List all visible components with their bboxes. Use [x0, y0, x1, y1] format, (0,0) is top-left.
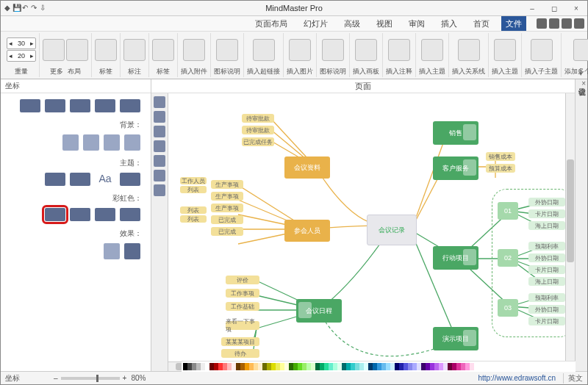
bg-opt-4[interactable]	[124, 134, 140, 151]
zoom-out[interactable]: –	[54, 374, 58, 382]
bg-opt-3[interactable]	[104, 134, 120, 151]
node-sales[interactable]: 销售	[433, 121, 478, 145]
theme-opt-1[interactable]	[45, 173, 65, 186]
undo-icon[interactable]: ↶	[21, 4, 29, 12]
tiny-11[interactable]: 列表	[180, 206, 207, 214]
tool-shape[interactable]	[154, 111, 165, 123]
tiny-1[interactable]: 待审批款	[242, 114, 274, 123]
effect-opt-1[interactable]	[104, 243, 120, 259]
bg-opt-2[interactable]	[83, 134, 99, 151]
tool-pointer[interactable]	[154, 96, 165, 108]
layout-opt-2[interactable]	[45, 99, 65, 112]
layout-opt-5[interactable]	[120, 99, 140, 112]
cloud-sub-2[interactable]: 02	[498, 249, 518, 267]
tiny-6[interactable]: 生产事项	[211, 204, 243, 212]
tiny-26[interactable]: 卡片日期	[528, 265, 565, 274]
tiny-12[interactable]: 列表	[180, 215, 207, 223]
layout-opt-1[interactable]	[20, 99, 40, 112]
tiny-20[interactable]: 预算成本	[486, 164, 515, 173]
quick-4[interactable]	[574, 18, 584, 29]
scroll-vertical[interactable]	[565, 93, 575, 362]
tab-pagelayout[interactable]: 页面布局	[251, 16, 292, 31]
insert-multi[interactable]	[573, 39, 588, 61]
insert-relation[interactable]	[458, 39, 480, 61]
tiny-3[interactable]: 已完成任务	[242, 137, 274, 146]
tiny-18[interactable]: 待办	[221, 349, 259, 358]
window-max[interactable]: ◻	[543, 1, 565, 15]
insert-subtopic[interactable]	[531, 39, 553, 61]
tab-file[interactable]: 文件	[501, 16, 526, 31]
swatch[interactable]	[470, 363, 474, 370]
tiny-21[interactable]: 外协日期	[528, 198, 565, 206]
node-action[interactable]: 行动项目	[433, 246, 478, 270]
insert-label[interactable]	[152, 39, 174, 61]
insert-topic[interactable]	[421, 39, 443, 61]
tab-insert[interactable]: 插入	[437, 16, 462, 31]
tiny-27[interactable]: 海上日期	[528, 277, 565, 286]
tool-marker[interactable]	[154, 155, 165, 167]
insert-hyperlink[interactable]	[253, 39, 275, 61]
save-icon[interactable]: 💾	[12, 4, 20, 12]
node-materials[interactable]: 会议资料	[284, 156, 330, 179]
tiny-2[interactable]: 待审批款	[242, 126, 274, 134]
tiny-25[interactable]: 外协日期	[528, 253, 565, 262]
tiny-9[interactable]: 工作人员	[180, 177, 207, 184]
export-icon[interactable]: ⇩	[39, 4, 46, 12]
tiny-14[interactable]: 工作事项	[226, 289, 259, 298]
window-close[interactable]: ×	[565, 1, 587, 15]
tiny-10[interactable]: 列表	[180, 186, 207, 193]
insert-legend2[interactable]	[322, 39, 344, 61]
cloud-sub-1[interactable]: 01	[498, 202, 518, 220]
cloud-sub-3[interactable]: 03	[498, 299, 518, 317]
insert-picture[interactable]	[289, 39, 311, 61]
tiny-28[interactable]: 预期利率	[528, 293, 565, 302]
tiny-30[interactable]: 卡片日期	[528, 317, 565, 325]
more-styles[interactable]	[43, 39, 65, 61]
insert-topic2[interactable]	[494, 39, 516, 61]
node-demo[interactable]: 演示项目	[433, 327, 478, 350]
tiny-5[interactable]: 生产事项	[211, 192, 243, 201]
tiny-8[interactable]: 已完成	[211, 227, 243, 236]
font-opt[interactable]: Aa	[95, 173, 115, 186]
tiny-13[interactable]: 评价	[226, 276, 259, 284]
node-center[interactable]: 会议记录	[367, 215, 417, 245]
rainbow-opt-4[interactable]	[120, 208, 140, 221]
rainbow-opt-3[interactable]	[95, 208, 115, 221]
insert-legend[interactable]	[216, 39, 238, 61]
tiny-29[interactable]: 外协日期	[528, 305, 565, 314]
insert-attachment[interactable]	[183, 39, 205, 61]
tiny-17[interactable]: 某某某项目	[221, 337, 259, 346]
tab-view[interactable]: 视图	[372, 16, 397, 31]
node-service[interactable]: 客户服务	[433, 156, 478, 180]
node-agenda[interactable]: 会议日程	[296, 299, 342, 323]
tiny-22[interactable]: 卡片日期	[528, 209, 565, 218]
window-min[interactable]: –	[521, 1, 543, 15]
rainbow-opt-1[interactable]	[45, 208, 65, 221]
tab-slideshow[interactable]: 幻灯片	[299, 16, 332, 31]
ribbon-collapse-icon[interactable]: ▾	[579, 70, 583, 77]
tool-pencil[interactable]	[154, 170, 165, 181]
quick-1[interactable]	[537, 18, 547, 29]
mindmap-canvas[interactable]: 会议记录 销售 客户服务 行动项目 演示项目 会议日程 会议资料 参会人员 待审…	[168, 93, 566, 362]
quick-3[interactable]	[562, 18, 572, 29]
tool-text[interactable]	[154, 184, 165, 196]
redo-icon[interactable]: ↷	[30, 4, 37, 12]
tiny-15[interactable]: 工作基础	[226, 302, 259, 311]
status-url[interactable]: http://www.edrawsoft.cn	[478, 374, 563, 382]
tiny-16[interactable]: 来看一下事项	[226, 321, 259, 330]
tab-review[interactable]: 审阅	[404, 16, 429, 31]
effect-opt-2[interactable]	[124, 243, 140, 259]
sidetab-close[interactable]: ×	[581, 79, 586, 87]
layout-opt-4[interactable]	[95, 99, 115, 112]
insert-tag[interactable]	[95, 39, 117, 61]
layout-opt-3[interactable]	[70, 99, 90, 112]
tiny-7[interactable]: 已完成	[211, 215, 243, 224]
tab-home[interactable]: 首页	[469, 16, 494, 31]
rainbow-opt-2[interactable]	[70, 208, 90, 221]
zoom-in[interactable]: +	[123, 374, 127, 382]
tiny-23[interactable]: 海上日期	[528, 221, 565, 230]
tiny-4[interactable]: 生产事项	[211, 180, 243, 189]
theme-opt-2[interactable]	[70, 173, 90, 186]
theme-opt-3[interactable]	[120, 173, 140, 186]
tiny-24[interactable]: 预期利率	[528, 242, 565, 251]
